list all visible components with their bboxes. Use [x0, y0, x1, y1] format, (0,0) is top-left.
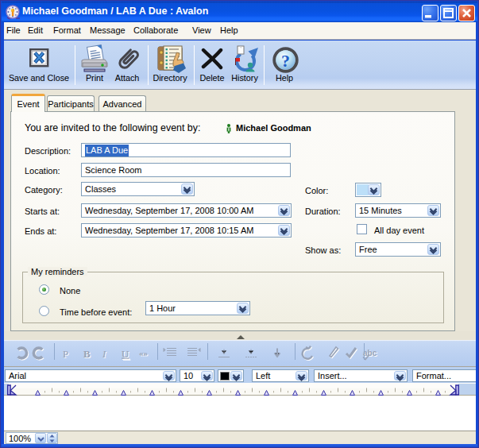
- svg-text:?: ?: [281, 51, 290, 71]
- svg-text:B: B: [83, 348, 91, 360]
- svg-text:I: I: [102, 348, 106, 360]
- svg-text:«»: «»: [139, 348, 148, 357]
- svg-text:P: P: [63, 348, 68, 360]
- svg-text:U: U: [122, 348, 129, 360]
- svg-text:abc: abc: [363, 349, 377, 357]
